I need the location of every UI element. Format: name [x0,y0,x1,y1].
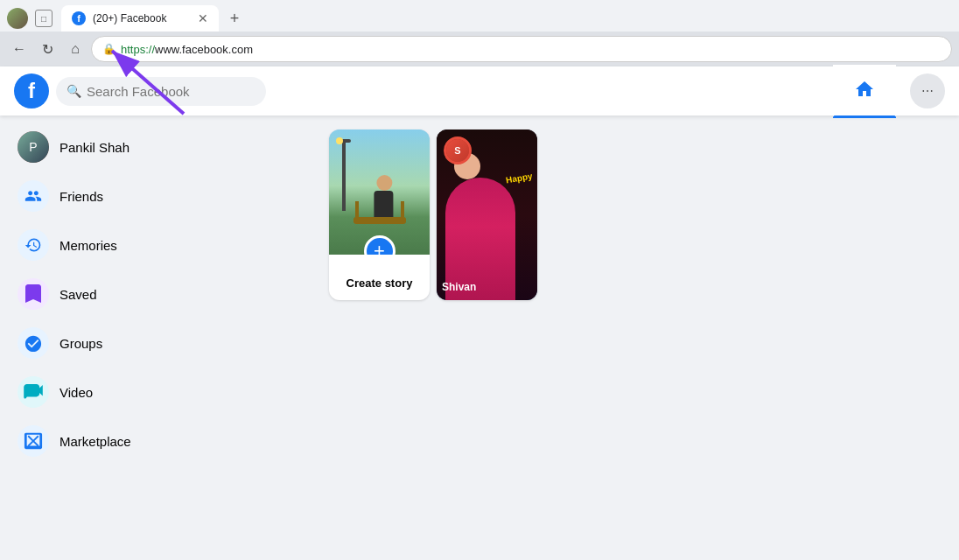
sidebar-memories-label: Memories [60,238,117,253]
nav-right: ⋯ [833,65,945,118]
url-https: https:// [121,43,155,56]
right-panel: + Create story Happy [315,116,959,560]
home-button[interactable]: ⌂ [63,37,88,61]
bench [354,217,406,224]
tab-bar: □ f (20+) Facebook ✕ + [0,0,959,32]
back-button[interactable]: ← [7,37,32,61]
browser-chrome: □ f (20+) Facebook ✕ + ← ↻ ⌂ 🔒 https://w… [0,0,959,66]
user-avatar: P [18,131,49,163]
facebook-app: f 🔍 ⋯ P Pankil Shah [0,66,959,560]
friends-icon [18,180,49,212]
video-icon [18,376,49,408]
tab-close-button[interactable]: ✕ [198,11,208,25]
refresh-button[interactable]: ↻ [35,37,60,61]
lock-icon: 🔒 [102,43,116,55]
url-domain: www.facebook.com [155,43,253,56]
url-display: https://www.facebook.com [121,43,253,56]
second-story-card[interactable]: Happy S Shivan [437,130,537,300]
saved-icon [18,278,49,310]
sidebar-item-saved[interactable]: Saved [7,270,308,318]
sidebar-item-friends[interactable]: Friends [7,172,308,220]
top-nav: f 🔍 ⋯ [0,66,959,116]
nav-bar: ← ↻ ⌂ 🔒 https://www.facebook.com [0,32,959,66]
person-head [376,175,392,191]
browser-profile [7,8,28,29]
tab-favicon: f [72,11,86,25]
sidebar-user-item[interactable]: P Pankil Shah [7,122,308,172]
second-story-image: Happy S Shivan [437,130,537,300]
more-nav-button[interactable]: ⋯ [910,74,945,108]
memories-icon [18,229,49,261]
tab-strip-icon: □ [35,10,52,27]
happy-text: Happy [506,171,534,185]
lamp-post [342,141,346,211]
sidebar-item-groups[interactable]: Groups [7,318,308,368]
browser-tab[interactable]: f (20+) Facebook ✕ [61,5,219,32]
facebook-logo: f [14,74,49,108]
search-input[interactable] [87,84,244,99]
sidebar-item-video[interactable]: Video [7,368,308,416]
sidebar-video-label: Video [60,385,93,400]
sidebar-friends-label: Friends [60,189,103,204]
create-story-label-area: Create story [329,255,430,300]
sidebar-item-memories[interactable]: Memories [7,220,308,270]
left-sidebar: P Pankil Shah Friends [0,116,315,560]
sidebar-marketplace-label: Marketplace [60,434,131,449]
user-avatar-img: P [18,131,49,163]
sidebar-groups-label: Groups [60,336,102,351]
nav-tabs [833,65,896,118]
address-bar[interactable]: 🔒 https://www.facebook.com [91,36,952,62]
search-icon: 🔍 [66,84,81,98]
create-story-card[interactable]: + Create story [329,130,430,300]
bench-leg-right [401,201,404,217]
second-story-avatar: S [444,136,472,164]
bench-leg-left [355,201,359,217]
person-body [374,191,393,217]
home-tab[interactable] [833,65,896,118]
story-avatar-letter: S [446,139,469,162]
lamp-light [336,137,343,144]
sidebar-saved-label: Saved [60,287,97,302]
sidebar-item-marketplace[interactable]: Marketplace [7,416,308,466]
plus-icon: + [374,240,385,255]
search-box[interactable]: 🔍 [56,77,266,106]
create-story-label: Create story [346,276,413,290]
second-story-name: Shivan [442,281,532,293]
content-area: P Pankil Shah Friends [0,116,959,560]
create-story-image: + [329,130,430,255]
new-tab-button[interactable]: + [222,6,247,31]
marketplace-icon [18,425,49,457]
sidebar-user-name: Pankil Shah [60,140,130,155]
groups-icon [18,327,49,359]
tab-title: (20+) Facebook [93,12,191,24]
